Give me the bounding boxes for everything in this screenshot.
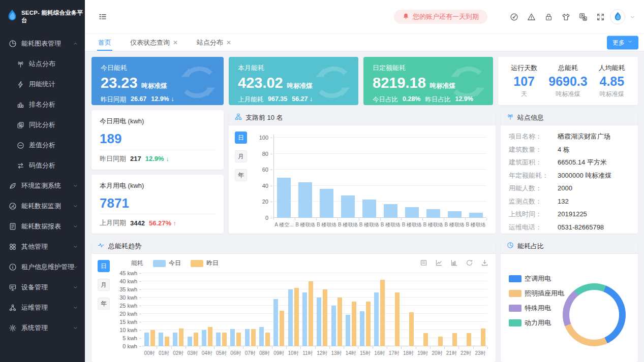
bar-今日-11时[interactable] [302,292,307,346]
sidebar-item-租户信息维护管理[interactable]: 租户信息维护管理 [0,257,85,277]
pie-legend-item-动力用电[interactable]: 动力用电 [509,318,564,327]
bar-支路前 10 名-B 楼联络[interactable] [362,200,376,218]
bar-昨日-08时[interactable] [265,333,270,346]
bar-昨日-21时[interactable] [452,333,457,346]
bar-支路前 10 名-A 楼空...[interactable] [277,178,291,218]
trend-period-年[interactable]: 年 [98,298,110,310]
bar-支路前 10 名-B 楼联络[interactable] [384,204,397,218]
sidebar-subitem-同比分析[interactable]: 同比分析 [0,115,85,135]
bar-昨日-01时[interactable] [165,337,169,346]
sidebar-item-环境监测系统[interactable]: 环境监测系统 [0,176,85,196]
bar-支路前 10 名-B 楼联络[interactable] [341,195,355,218]
bar-今日-14时[interactable] [346,315,350,346]
sidebar-item-设备管理[interactable]: 设备管理 [0,277,85,298]
bar-支路前 10 名-B 楼联络[interactable] [469,213,483,218]
bar-昨日-09时[interactable] [280,311,284,346]
collapse-menu-icon[interactable] [98,12,107,21]
trend-period-月[interactable]: 月 [98,279,110,291]
user-avatar[interactable] [610,9,625,24]
bar-支路前 10 名-B 楼联络[interactable] [298,182,312,218]
sidebar-item-系统管理[interactable]: 系统管理 [0,318,85,338]
bar-今日-08时[interactable] [259,327,264,346]
branch-period-月[interactable]: 月 [235,150,247,162]
trend-period-日[interactable]: 日 [98,260,110,272]
tab-仪表状态查询[interactable]: 仪表状态查询✕ [130,34,178,51]
bar-昨日-06时[interactable] [236,333,241,346]
bar-昨日-03时[interactable] [194,333,198,346]
stat-card-日定额能耗[interactable]: 日定额能耗8219.18吨标准煤今日占比0.28%昨日占比12.9% [363,57,493,105]
fullscreen-icon[interactable] [596,13,605,21]
sidebar-item-其他管理[interactable]: 其他管理 [0,237,85,257]
bar-今日-07时[interactable] [245,329,250,346]
bar-昨日-23时[interactable] [481,328,485,346]
pie-legend-item-空调用电[interactable]: 空调用电 [509,274,564,283]
bar-昨日-22时[interactable] [467,333,471,346]
bar-今日-10时[interactable] [288,289,293,346]
bar-昨日-02时[interactable] [179,328,183,346]
bar-昨日-14时[interactable] [352,302,356,346]
sidebar-subitem-用能统计[interactable]: 用能统计 [0,74,85,94]
bar-今日-12时[interactable] [317,298,321,346]
bar-今日-16时[interactable] [374,292,379,346]
lock-icon[interactable] [544,13,553,21]
bar-今日-00时[interactable] [144,333,149,346]
palette-icon[interactable] [510,13,518,21]
legend-item-昨日[interactable]: 昨日 [191,259,219,268]
chevron-down-icon[interactable] [629,14,636,20]
sidebar-subitem-差值分析[interactable]: 差值分析 [0,135,85,155]
pie-legend-item-特殊用电[interactable]: 特殊用电 [509,304,564,313]
sidebar-item-能耗图表管理[interactable]: 能耗图表管理 [0,34,85,54]
stat-card-今日能耗[interactable]: 今日能耗23.23吨标准煤昨日同期26.6712.9% ↓ [91,57,224,105]
bar-昨日-19时[interactable] [423,333,428,346]
bar-支路前 10 名-B 楼联络[interactable] [448,211,462,218]
bar-今日-01时[interactable] [159,333,163,346]
tab-站点分布[interactable]: 站点分布✕ [197,34,231,51]
bar-今日-06时[interactable] [230,329,235,346]
sidebar-item-运维管理[interactable]: 运维管理 [0,298,85,318]
account-expiry-alert[interactable]: 您的账户还有一天到期 [394,10,487,24]
bar-chart-icon[interactable] [450,259,458,267]
bar-今日-04时[interactable] [202,330,206,346]
bar-支路前 10 名-B 楼联络[interactable] [320,189,333,218]
tab-首页[interactable]: 首页 [98,34,111,51]
theme-shirt-icon[interactable] [562,13,570,21]
bar-今日-13时[interactable] [331,306,336,346]
more-tabs-button[interactable]: 更多 [607,36,638,49]
bar-昨日-16时[interactable] [380,280,385,346]
bar-昨日-00时[interactable] [150,330,155,346]
sidebar-subitem-站点分布[interactable]: 站点分布 [0,54,85,74]
translate-icon[interactable] [579,13,588,21]
sidebar-subitem-排名分析[interactable]: 排名分析 [0,94,85,115]
bar-昨日-13时[interactable] [338,298,342,346]
bar-昨日-10时[interactable] [294,288,299,346]
download-icon[interactable] [481,259,488,267]
branch-period-日[interactable]: 日 [235,131,247,144]
bar-今日-03时[interactable] [188,337,192,346]
sidebar-subitem-码值分析[interactable]: 码值分析 [0,155,85,176]
bar-昨日-17时[interactable] [395,292,400,346]
bar-昨日-15时[interactable] [366,302,371,346]
bar-今日-09时[interactable] [273,299,278,346]
bar-昨日-20时[interactable] [438,337,443,346]
sidebar-item-能耗数据监测[interactable]: 能耗数据监测 [0,196,85,216]
bar-昨日-18时[interactable] [409,312,414,346]
bar-昨日-12时[interactable] [323,289,327,346]
warning-icon[interactable] [527,13,536,21]
bar-昨日-11时[interactable] [309,281,313,346]
bar-今日-02时[interactable] [173,333,177,346]
pie-legend-item-照明插座用电[interactable]: 照明插座用电 [509,289,564,298]
branch-period-年[interactable]: 年 [235,169,247,181]
line-chart-icon[interactable] [435,259,443,267]
legend-item-今日[interactable]: 今日 [153,259,181,268]
stat-card-本月能耗[interactable]: 本月能耗423.02吨标准煤上月能耗967.3556.27 ↓ [229,57,358,105]
data-view-icon[interactable] [420,259,427,267]
bar-昨日-05时[interactable] [222,333,227,346]
close-tab-icon[interactable]: ✕ [226,39,231,46]
close-tab-icon[interactable]: ✕ [173,39,178,46]
bar-支路前 10 名-B 楼联络[interactable] [405,207,419,218]
bar-支路前 10 名-B 楼联络[interactable] [426,209,440,218]
bar-昨日-04时[interactable] [208,327,212,346]
bar-今日-15时[interactable] [360,311,364,346]
bar-昨日-07时[interactable] [251,329,256,346]
bar-今日-05时[interactable] [216,333,221,346]
